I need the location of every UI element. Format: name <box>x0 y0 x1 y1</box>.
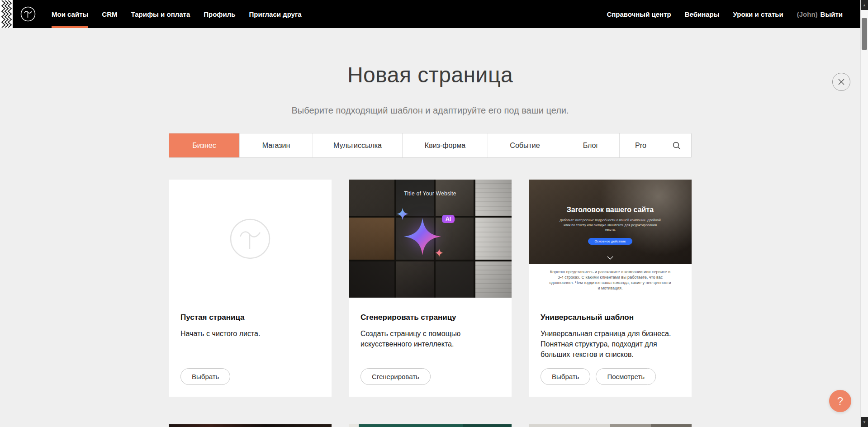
tilda-logo-icon <box>19 5 37 23</box>
template-category-tabs: Бизнес Магазин Мультиссылка Квиз-форма С… <box>169 133 692 158</box>
tab-business[interactable]: Бизнес <box>169 133 240 157</box>
scrollbar-down-arrow[interactable]: ▼ <box>861 417 868 427</box>
logout-label: Выйти <box>821 10 843 18</box>
main-content: Новая страница Выберите подходящий шабло… <box>0 28 868 427</box>
tab-event[interactable]: Событие <box>488 133 562 157</box>
template-card-peek[interactable] <box>529 424 692 427</box>
tab-shop[interactable]: Магазин <box>240 133 313 157</box>
view-button[interactable]: Посмотреть <box>596 368 656 385</box>
tab-search-button[interactable] <box>662 133 691 157</box>
card-universal-template: Заголовок вашего сайта Добавьте интересн… <box>529 180 692 397</box>
nav-webinars[interactable]: Вебинары <box>685 0 720 28</box>
card-body: Универсальный шаблон Универсальная стран… <box>529 298 692 397</box>
card-ai-generate: Title of Your Website <box>349 180 512 397</box>
zigzag-icon <box>0 0 12 28</box>
template-grid-row2 <box>169 424 692 427</box>
nav-lessons[interactable]: Уроки и статьи <box>733 0 783 28</box>
card-actions: Выбрать <box>180 368 320 385</box>
nav-crm[interactable]: CRM <box>102 0 117 28</box>
close-icon <box>838 78 845 85</box>
card-actions: Сгенерировать <box>360 368 500 385</box>
card-body: Сгенерировать страницу Создать страницу … <box>349 298 512 397</box>
zigzag-decoration <box>0 0 13 28</box>
help-button[interactable]: ? <box>829 390 851 412</box>
ai-badge: AI <box>442 215 455 223</box>
card-description: Универсальная страница для бизнеса. Поня… <box>541 328 680 360</box>
nav-profile[interactable]: Профиль <box>204 0 235 28</box>
nav-logout[interactable]: (John) Выйти <box>797 0 843 28</box>
tab-quiz[interactable]: Квиз-форма <box>403 133 488 157</box>
template-preview[interactable]: Заголовок вашего сайта Добавьте интересн… <box>529 180 692 298</box>
ai-preview[interactable]: Title of Your Website <box>349 180 512 298</box>
scrollbar-up-arrow[interactable]: ▲ <box>861 0 868 10</box>
close-button[interactable] <box>832 73 850 91</box>
preview-site-title: Title of Your Website <box>349 190 512 197</box>
tab-multilink[interactable]: Мультиссылка <box>313 133 403 157</box>
preview-body-text: Коротко представьтесь и расскажите о ком… <box>549 269 672 298</box>
ai-sparkle-tiny-icon <box>435 248 444 257</box>
template-preview-body: Коротко представьтесь и расскажите о ком… <box>529 264 692 298</box>
scrollbar: ▲ ▼ <box>860 0 868 427</box>
secondary-nav: Справочный центр Вебинары Уроки и статьи… <box>607 0 868 28</box>
card-description: Начать с чистого листа. <box>180 328 320 339</box>
card-body: Пустая страница Начать с чистого листа. … <box>169 298 332 397</box>
blank-page-preview[interactable] <box>169 180 332 298</box>
user-name: (John) <box>797 10 818 18</box>
card-title: Пустая страница <box>180 313 320 322</box>
tab-pro[interactable]: Pro <box>620 133 662 157</box>
preview-site-title: Заголовок вашего сайта <box>567 206 654 214</box>
template-card-peek[interactable] <box>169 424 332 427</box>
template-grid: Пустая страница Начать с чистого листа. … <box>169 180 692 397</box>
app-window: Мои сайты CRM Тарифы и оплата Профиль Пр… <box>0 0 868 427</box>
page-subtitle: Выберите подходящий шаблон и адаптируйте… <box>0 105 860 116</box>
chevron-down-icon <box>607 256 613 260</box>
preview-site-subtitle: Добавьте интересные подробности о вашей … <box>558 218 662 232</box>
main-nav: Мои сайты CRM Тарифы и оплата Профиль Пр… <box>52 0 302 28</box>
template-preview-hero: Заголовок вашего сайта Добавьте интересн… <box>529 180 692 264</box>
scrollbar-thumb[interactable] <box>862 18 867 50</box>
tab-blog[interactable]: Блог <box>562 133 620 157</box>
header: Мои сайты CRM Тарифы и оплата Профиль Пр… <box>0 0 868 28</box>
search-icon <box>672 141 681 150</box>
nav-tariffs[interactable]: Тарифы и оплата <box>131 0 190 28</box>
tilda-logo[interactable] <box>19 5 37 23</box>
choose-button[interactable]: Выбрать <box>541 368 590 385</box>
page-title: Новая страница <box>0 28 860 87</box>
card-title: Универсальный шаблон <box>541 313 680 322</box>
nav-help-center[interactable]: Справочный центр <box>607 0 671 28</box>
template-card-peek[interactable] <box>349 424 512 427</box>
generate-button[interactable]: Сгенерировать <box>360 368 431 385</box>
card-description: Создать страницу с помощью искусственног… <box>360 328 500 349</box>
tilda-watermark-icon <box>225 214 275 264</box>
preview-cta-button: Основное действие <box>588 238 632 245</box>
nav-invite-friend[interactable]: Пригласи друга <box>249 0 301 28</box>
card-title: Сгенерировать страницу <box>360 313 500 322</box>
ai-sparkle-small-icon <box>396 208 409 220</box>
card-blank-page: Пустая страница Начать с чистого листа. … <box>169 180 332 397</box>
choose-button[interactable]: Выбрать <box>180 368 230 385</box>
nav-my-sites[interactable]: Мои сайты <box>52 0 88 28</box>
card-actions: Выбрать Посмотреть <box>541 368 680 385</box>
